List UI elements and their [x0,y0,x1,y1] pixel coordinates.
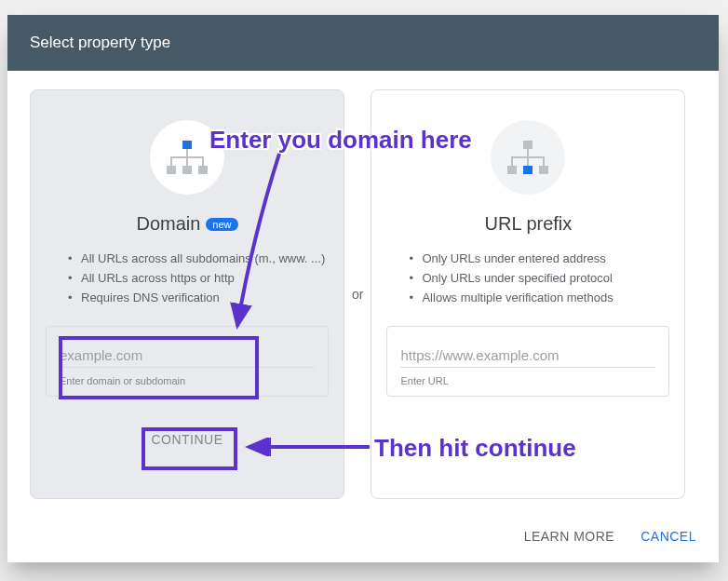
domain-icon-circle [150,120,224,195]
domain-title-row: Domain new [136,213,237,235]
url-title-row: URL prefix [485,213,573,235]
new-badge: new [206,218,237,231]
domain-continue-button[interactable]: CONTINUE [134,423,239,456]
url-feature: Allows multiple verification methods [409,289,669,308]
svg-rect-2 [182,166,192,174]
svg-rect-6 [523,166,533,174]
url-feature: Only URLs under specified protocol [409,269,669,289]
domain-input-hint: Enter domain or subdomain [60,375,315,386]
svg-rect-4 [523,141,533,149]
url-input[interactable] [400,344,655,368]
sitemap-icon [507,141,548,174]
domain-input[interactable] [60,344,315,368]
select-property-dialog: Select property type Domain new [7,15,719,562]
dialog-title: Select property type [7,15,719,71]
sitemap-icon [167,141,208,174]
domain-features: All URLs across all subdomains (m., www.… [46,250,329,307]
dialog-body: Domain new All URLs across all subdomain… [7,71,719,518]
cancel-button[interactable]: CANCEL [640,529,696,544]
domain-card[interactable]: Domain new All URLs across all subdomain… [30,89,344,499]
svg-rect-0 [182,141,192,149]
svg-rect-5 [507,166,517,174]
or-separator: or [352,287,363,302]
domain-feature: All URLs across https or http [68,269,329,289]
svg-rect-3 [198,166,208,174]
domain-input-block: Enter domain or subdomain [46,326,329,397]
url-input-block: Enter URL [386,326,669,397]
domain-feature: All URLs across all subdomains (m., www.… [68,250,329,269]
url-features: Only URLs under entered address Only URL… [386,250,669,307]
url-icon-circle [491,120,565,195]
domain-title: Domain [136,213,200,235]
svg-rect-1 [167,166,176,174]
url-input-hint: Enter URL [400,375,655,386]
svg-rect-7 [539,166,548,174]
domain-feature: Requires DNS verification [68,289,329,308]
dialog-actions: LEARN MORE CANCEL [7,518,719,562]
url-feature: Only URLs under entered address [409,250,669,269]
url-prefix-card[interactable]: URL prefix Only URLs under entered addre… [371,89,685,499]
url-title: URL prefix [485,213,573,235]
learn-more-link[interactable]: LEARN MORE [524,529,615,544]
